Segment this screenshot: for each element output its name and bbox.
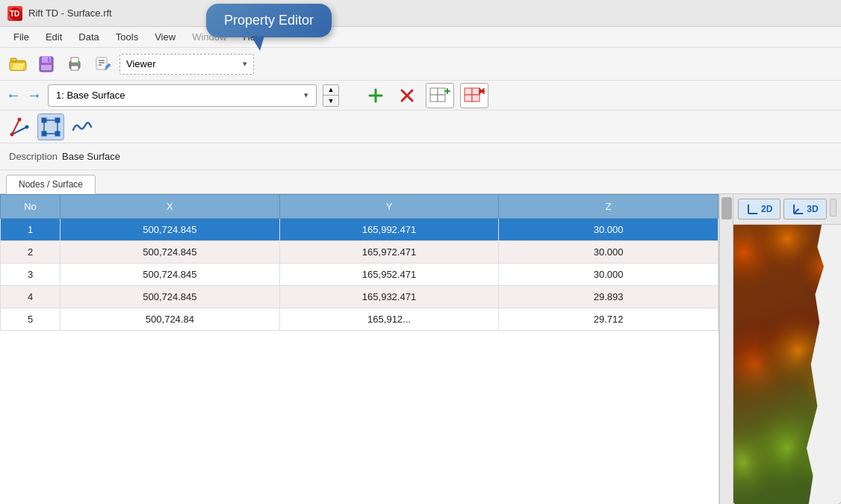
svg-rect-29 bbox=[465, 95, 472, 102]
svg-text:TD: TD bbox=[10, 10, 19, 18]
cell-no: 5 bbox=[1, 308, 60, 331]
cell-x: 500,724.845 bbox=[60, 219, 280, 241]
scroll-thumb[interactable] bbox=[721, 197, 732, 220]
app-icon: TD bbox=[7, 6, 22, 21]
cell-x: 500,724.845 bbox=[60, 286, 280, 308]
main-area: No X Y Z 1 500,724.845 165,992.471 30.00… bbox=[0, 194, 841, 504]
menu-bar: File Edit Data Tools View Window Help bbox=[0, 27, 841, 48]
table-row[interactable]: 3 500,724.845 165,952.471 30.000 bbox=[1, 264, 719, 286]
spin-up-button[interactable]: ▲ bbox=[323, 85, 338, 96]
menu-data[interactable]: Data bbox=[71, 29, 106, 45]
menu-view[interactable]: View bbox=[147, 29, 183, 45]
cell-no: 1 bbox=[1, 219, 60, 241]
grid-remove-button[interactable] bbox=[460, 83, 488, 108]
menu-edit[interactable]: Edit bbox=[38, 29, 69, 45]
nav-back-button[interactable]: ← bbox=[6, 87, 21, 104]
terrain-view bbox=[733, 225, 841, 504]
table-row[interactable]: 2 500,724.845 165,972.471 30.000 bbox=[1, 241, 719, 264]
col-header-x: X bbox=[60, 195, 280, 219]
open-button[interactable] bbox=[6, 52, 30, 76]
save-button[interactable] bbox=[34, 52, 58, 76]
scroll-track[interactable] bbox=[719, 194, 733, 504]
svg-point-38 bbox=[25, 125, 29, 128]
cell-z: 30.000 bbox=[499, 264, 719, 286]
svg-rect-27 bbox=[465, 88, 472, 95]
spin-down-button[interactable]: ▼ bbox=[323, 96, 338, 106]
view-2d-button[interactable]: 2D bbox=[738, 199, 781, 220]
svg-rect-42 bbox=[55, 131, 60, 136]
description-label: Description bbox=[9, 151, 58, 162]
folder-open-icon bbox=[9, 55, 27, 73]
table-body: 1 500,724.845 165,992.471 30.000 2 500,7… bbox=[1, 219, 719, 331]
surface-dropdown[interactable]: 1: Base Surface ▾ bbox=[48, 84, 317, 107]
table-row[interactable]: 4 500,724.845 165,932.471 29.893 bbox=[1, 286, 719, 308]
spin-control: ▲ ▼ bbox=[323, 84, 339, 107]
col-header-y: Y bbox=[279, 195, 499, 219]
node-icon bbox=[40, 116, 61, 137]
add-button[interactable] bbox=[363, 83, 388, 108]
terrain-canvas bbox=[733, 225, 841, 504]
svg-rect-13 bbox=[96, 57, 107, 69]
svg-rect-11 bbox=[71, 66, 78, 70]
cell-z: 30.000 bbox=[499, 241, 719, 264]
print-icon bbox=[66, 55, 84, 73]
nav-bar: ← → 1: Base Surface ▾ ▲ ▼ bbox=[0, 81, 841, 111]
pointer-icon bbox=[9, 116, 30, 137]
print-button[interactable] bbox=[63, 52, 87, 76]
menu-help[interactable]: Help bbox=[235, 29, 270, 45]
tab-bar: Nodes / Surface bbox=[0, 170, 841, 194]
description-value: Base Surface bbox=[62, 151, 120, 162]
edit-button[interactable] bbox=[91, 52, 115, 76]
nav-forward-button[interactable]: → bbox=[27, 87, 42, 104]
view-expand-button[interactable] bbox=[830, 199, 837, 217]
3d-label: 3D bbox=[807, 204, 818, 214]
wave-icon bbox=[72, 116, 93, 137]
cell-y: 165,992.471 bbox=[279, 219, 499, 241]
wave-tool-button[interactable] bbox=[69, 113, 96, 140]
svg-rect-3 bbox=[10, 58, 16, 61]
remove-button[interactable] bbox=[394, 83, 420, 108]
cell-y: 165,972.471 bbox=[279, 241, 499, 264]
title-bar: TD Rift TD - Surface.rft bbox=[0, 0, 841, 27]
viewer-dropdown[interactable]: Viewer ▾ bbox=[120, 54, 254, 75]
view-3d-button[interactable]: 3D bbox=[783, 199, 826, 220]
svg-point-12 bbox=[78, 62, 80, 64]
cell-z: 30.000 bbox=[499, 219, 719, 241]
table-container[interactable]: No X Y Z 1 500,724.845 165,992.471 30.00… bbox=[0, 194, 719, 504]
svg-rect-22 bbox=[438, 88, 445, 95]
svg-point-37 bbox=[18, 117, 22, 121]
tab-nodes-surface[interactable]: Nodes / Surface bbox=[6, 175, 96, 194]
svg-rect-39 bbox=[42, 118, 46, 122]
grid-add-icon bbox=[429, 85, 451, 106]
table-row[interactable]: 5 500,724.84 165,912... 29.712 bbox=[1, 308, 719, 331]
svg-rect-23 bbox=[430, 95, 438, 102]
add-icon bbox=[365, 85, 386, 106]
grid-remove-icon bbox=[463, 85, 485, 106]
svg-rect-24 bbox=[438, 95, 445, 102]
svg-rect-21 bbox=[430, 88, 438, 95]
pointer-tool-button[interactable] bbox=[6, 113, 33, 140]
cell-z: 29.893 bbox=[499, 286, 719, 308]
grid-add-button[interactable] bbox=[426, 83, 454, 108]
svg-rect-41 bbox=[42, 131, 46, 136]
cell-y: 165,952.471 bbox=[279, 264, 499, 286]
save-icon bbox=[37, 55, 55, 73]
2d-axes-icon bbox=[746, 202, 760, 216]
menu-window[interactable]: Window bbox=[184, 29, 234, 45]
surface-dropdown-arrow: ▾ bbox=[304, 90, 308, 100]
menu-file[interactable]: File bbox=[6, 29, 37, 45]
cell-y: 165,912... bbox=[279, 308, 499, 331]
cell-x: 500,724.845 bbox=[60, 264, 280, 286]
cell-z: 29.712 bbox=[499, 308, 719, 331]
2d-label: 2D bbox=[761, 204, 772, 214]
description-bar: Description Base Surface bbox=[0, 143, 841, 170]
svg-rect-28 bbox=[472, 88, 480, 95]
node-tool-button[interactable] bbox=[37, 113, 64, 140]
svg-rect-8 bbox=[48, 57, 49, 62]
table-row[interactable]: 1 500,724.845 165,992.471 30.000 bbox=[1, 219, 719, 241]
svg-rect-10 bbox=[71, 57, 78, 63]
col-header-z: Z bbox=[499, 195, 719, 219]
svg-rect-6 bbox=[42, 57, 51, 63]
cell-x: 500,724.845 bbox=[60, 241, 280, 264]
menu-tools[interactable]: Tools bbox=[108, 29, 146, 45]
